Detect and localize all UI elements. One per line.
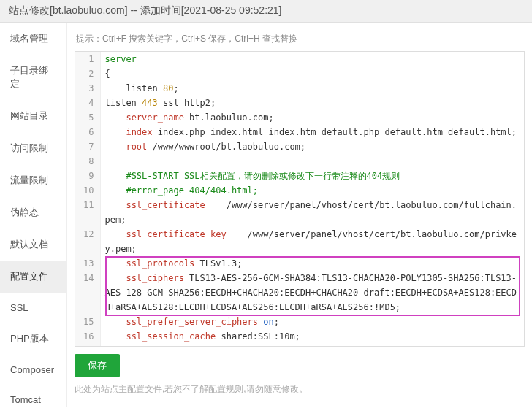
code-line-2: 2{ (75, 66, 524, 81)
sidebar-item-3[interactable]: 访问限制 (0, 132, 66, 164)
line-number: 4 (75, 96, 100, 110)
code-line-10: 10 #error_page 404/404.html; (75, 183, 524, 198)
line-number: 7 (75, 139, 100, 154)
line-code[interactable]: #error_page 404/404.html; (100, 183, 524, 198)
code-line-1: 1server (75, 52, 524, 66)
line-code[interactable]: ssl_session_cache shared:SSL:10m; (100, 329, 524, 344)
code-line-4: 4listen 443 ssl http2; (75, 96, 524, 110)
line-code[interactable] (100, 154, 524, 169)
line-number: 9 (75, 169, 100, 183)
line-number: 11 (75, 198, 100, 227)
code-line-11: 11 ssl_certificate /www/server/panel/vho… (75, 198, 524, 227)
line-code[interactable]: index index.php index.html index.htm def… (100, 125, 524, 139)
line-code[interactable]: listen 80; (100, 81, 524, 96)
line-number: 15 (75, 315, 100, 329)
code-line-15: 15 ssl_prefer_server_ciphers on; (75, 315, 524, 329)
line-code[interactable]: server_name bt.laobuluo.com; (100, 110, 524, 125)
code-line-6: 6 index index.php index.html index.htm d… (75, 125, 524, 139)
sidebar-item-5[interactable]: 伪静态 (0, 196, 66, 228)
line-code[interactable]: ssl_session_timeout 10m; (100, 344, 524, 347)
window-header: 站点修改[bt.laobuluo.com] -- 添加时间[2021-08-25… (0, 0, 532, 23)
sidebar-item-6[interactable]: 默认文档 (0, 228, 66, 261)
line-number: 10 (75, 183, 100, 198)
code-line-13: 13 ssl_protocols TLSv1.3; (75, 256, 524, 271)
sidebar-item-1[interactable]: 子目录绑定 (0, 55, 66, 100)
code-line-7: 7 root /www/wwwroot/bt.laobuluo.com; (75, 139, 524, 154)
main-panel: 提示：Ctrl+F 搜索关键字，Ctrl+S 保存，Ctrl+H 查找替换 1s… (67, 23, 532, 407)
line-number: 3 (75, 81, 100, 96)
sidebar: 域名管理子目录绑定网站目录访问限制流量限制伪静态默认文档配置文件SSLPHP版本… (0, 23, 67, 407)
line-number: 17 (75, 344, 100, 347)
code-line-17: 17 ssl_session_timeout 10m; (75, 344, 524, 347)
line-code[interactable]: root /www/wwwroot/bt.laobuluo.com; (100, 139, 524, 154)
config-editor[interactable]: 1server2{3 listen 80;4listen 443 ssl htt… (75, 51, 525, 347)
main-container: 域名管理子目录绑定网站目录访问限制流量限制伪静态默认文档配置文件SSLPHP版本… (0, 23, 532, 407)
line-number: 14 (75, 271, 100, 315)
line-code[interactable]: server (100, 52, 524, 66)
code-line-12: 12 ssl_certificate_key /www/server/panel… (75, 227, 524, 256)
line-code[interactable]: ssl_prefer_server_ciphers on; (100, 315, 524, 329)
save-row: 保存 (75, 347, 525, 382)
line-number: 1 (75, 52, 100, 66)
code-line-16: 16 ssl_session_cache shared:SSL:10m; (75, 329, 524, 344)
line-code[interactable]: { (100, 66, 524, 81)
line-code[interactable]: ssl_ciphers TLS13-AES-256-GCM-SHA384:TLS… (100, 271, 524, 315)
line-code[interactable]: ssl_certificate_key /www/server/panel/vh… (100, 227, 524, 256)
save-button[interactable]: 保存 (75, 354, 120, 377)
footnote: 此处为站点主配置文件,若您不了解配置规则,请勿随意修改。 (75, 382, 525, 401)
line-number: 2 (75, 66, 100, 81)
code-line-8: 8 (75, 154, 524, 169)
sidebar-item-0[interactable]: 域名管理 (0, 23, 66, 55)
sidebar-item-2[interactable]: 网站目录 (0, 100, 66, 132)
line-code[interactable]: listen 443 ssl http2; (100, 96, 524, 110)
line-code[interactable]: ssl_protocols TLSv1.3; (100, 256, 524, 271)
line-number: 12 (75, 227, 100, 256)
hint-text: 提示：Ctrl+F 搜索关键字，Ctrl+S 保存，Ctrl+H 查找替换 (75, 28, 525, 51)
sidebar-item-7[interactable]: 配置文件 (0, 261, 66, 293)
line-number: 13 (75, 256, 100, 271)
code-line-3: 3 listen 80; (75, 81, 524, 96)
line-code[interactable]: #SSL-START SSL相关配置，请勿删除或修改下一行带注释的404规则 (100, 169, 524, 183)
line-number: 6 (75, 125, 100, 139)
sidebar-item-4[interactable]: 流量限制 (0, 164, 66, 196)
code-line-5: 5 server_name bt.laobuluo.com; (75, 110, 524, 125)
line-code[interactable]: ssl_certificate /www/server/panel/vhost/… (100, 198, 524, 227)
line-number: 8 (75, 154, 100, 169)
sidebar-item-9[interactable]: PHP版本 (0, 323, 66, 355)
line-number: 5 (75, 110, 100, 125)
code-line-14: 14 ssl_ciphers TLS13-AES-256-GCM-SHA384:… (75, 271, 524, 315)
sidebar-item-11[interactable]: Tomcat (0, 385, 66, 407)
window-title: 站点修改[bt.laobuluo.com] -- 添加时间[2021-08-25… (9, 4, 282, 16)
sidebar-item-10[interactable]: Composer (0, 355, 66, 385)
code-table: 1server2{3 listen 80;4listen 443 ssl htt… (75, 52, 524, 347)
sidebar-item-8[interactable]: SSL (0, 293, 66, 323)
line-number: 16 (75, 329, 100, 344)
code-line-9: 9 #SSL-START SSL相关配置，请勿删除或修改下一行带注释的404规则 (75, 169, 524, 183)
